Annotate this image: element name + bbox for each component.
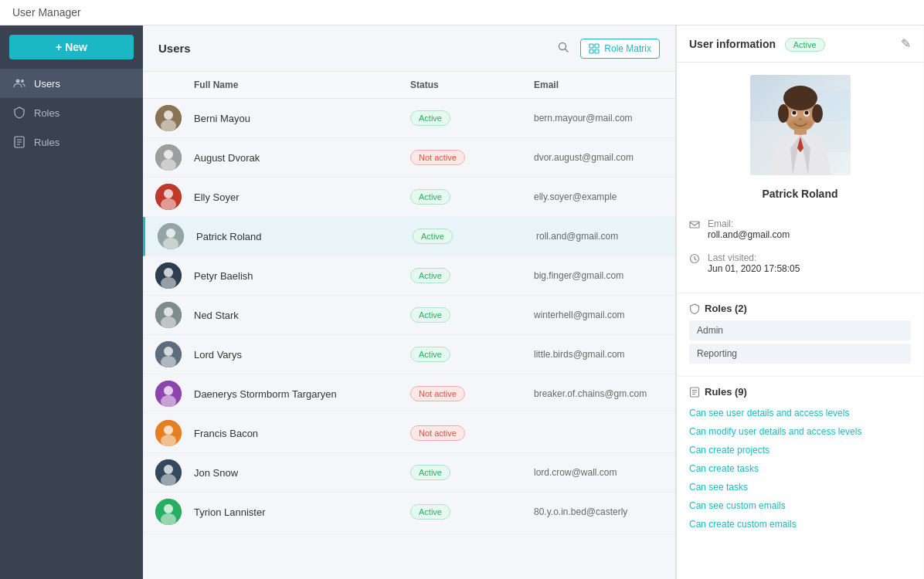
user-name: Daenerys Stormborm Targaryen <box>194 388 410 400</box>
table-row[interactable]: August Dvorak Not active dvor.august@gma… <box>143 138 675 178</box>
sidebar-item-rules[interactable]: Rules <box>0 127 143 157</box>
user-avatar <box>155 381 182 407</box>
user-avatar <box>158 223 184 249</box>
rule-item[interactable]: Can see tasks <box>689 478 911 496</box>
sidebar-item-roles[interactable]: Roles <box>0 98 143 127</box>
svg-line-7 <box>566 49 569 52</box>
svg-rect-59 <box>690 222 699 228</box>
user-email: lord.crow@wall.com <box>534 467 663 478</box>
table-row[interactable]: Lord Varys Active little.birds@gmail.com <box>143 335 675 374</box>
role-item: Reporting <box>689 344 911 364</box>
user-email: dvor.august@gmail.com <box>534 152 663 163</box>
edit-user-button[interactable]: ✎ <box>901 36 911 51</box>
last-visited-value: Jun 01, 2020 17:58:05 <box>708 263 800 274</box>
user-email: elly.soyer@example <box>534 191 663 202</box>
svg-point-1 <box>21 80 24 83</box>
right-panel: User information Active ✎ <box>676 25 923 579</box>
col-email: Email <box>534 80 663 90</box>
sidebar-nav: Users Roles <box>0 69 143 157</box>
users-panel-title: Users <box>158 42 191 55</box>
rules-icon <box>12 135 26 149</box>
users-panel: Users <box>143 25 676 579</box>
rules-list: Can see user details and access levelsCa… <box>689 404 911 533</box>
user-status: Active <box>410 189 534 205</box>
table-row[interactable]: Ned Stark Active winterhell@gmail.com <box>143 296 675 335</box>
avatar <box>158 223 196 249</box>
search-button[interactable] <box>554 38 572 59</box>
table-row[interactable]: Elly Soyer Active elly.soyer@example <box>143 178 675 217</box>
email-label: Email: <box>708 218 790 229</box>
avatar <box>155 302 194 328</box>
rules-section: Rules (9) Can see user details and acces… <box>677 380 923 540</box>
roles-label: Roles (2) <box>705 303 747 314</box>
user-name: Berni Mayou <box>194 113 410 124</box>
user-email: breaker.of.chains@gm.com <box>534 388 663 399</box>
svg-point-25 <box>164 268 173 277</box>
user-avatar <box>155 105 182 131</box>
svg-rect-9 <box>595 44 599 48</box>
panel-title: User information <box>689 38 776 50</box>
user-email: big.finger@gmail.com <box>534 270 663 281</box>
table-row[interactable]: Patrick Roland Active roll.and@gmail.com <box>143 217 675 256</box>
avatar <box>155 459 194 486</box>
rule-item[interactable]: Can create tasks <box>689 459 911 478</box>
user-name: Elly Soyer <box>194 191 410 203</box>
svg-point-0 <box>16 80 20 83</box>
user-status: Active <box>410 347 534 362</box>
table-row[interactable]: Daenerys Stormborm Targaryen Not active … <box>143 374 675 414</box>
rule-item[interactable]: Can modify user details and access level… <box>689 422 911 441</box>
table-row[interactable]: Berni Mayou Active bern.mayour@mail.com <box>143 99 675 138</box>
svg-point-54 <box>792 111 796 115</box>
users-panel-header: Users <box>143 25 675 72</box>
users-table: Berni Mayou Active bern.mayour@mail.com … <box>143 99 675 579</box>
svg-point-55 <box>804 111 808 115</box>
col-fullname: Full Name <box>194 80 410 90</box>
user-status: Active <box>410 465 534 480</box>
roles-section-title: Roles (2) <box>689 303 911 314</box>
panel-user-name: Patrick Roland <box>677 188 923 200</box>
svg-rect-10 <box>589 49 593 53</box>
rule-item[interactable]: Can see custom emails <box>689 496 911 515</box>
table-row[interactable]: Tyrion Lannister Active 80.y.o.in.bed@ca… <box>143 493 675 532</box>
rule-item[interactable]: Can create custom emails <box>689 515 911 533</box>
user-status: Active <box>410 307 534 323</box>
avatar <box>155 144 194 171</box>
sidebar-roles-label: Roles <box>34 107 59 119</box>
user-name: Petyr Baelish <box>194 270 410 282</box>
table-row[interactable]: Francis Bacon Not active <box>143 414 675 453</box>
roles-list: AdminReporting <box>689 320 911 364</box>
new-button[interactable]: + New <box>9 35 134 59</box>
table-row[interactable]: Petyr Baelish Active big.finger@gmail.co… <box>143 256 675 296</box>
user-name: Ned Stark <box>194 310 410 321</box>
svg-point-22 <box>166 229 175 238</box>
col-status: Status <box>410 80 534 90</box>
user-photo <box>750 75 851 175</box>
rule-item[interactable]: Can see user details and access levels <box>689 404 911 422</box>
user-avatar <box>155 144 182 171</box>
user-avatar <box>155 420 182 446</box>
rules-label: Rules (9) <box>705 386 747 398</box>
user-name: August Dvorak <box>194 152 410 164</box>
sidebar-item-users[interactable]: Users <box>0 69 143 98</box>
user-name: Lord Varys <box>194 349 410 361</box>
avatar <box>155 184 194 210</box>
rule-item[interactable]: Can create projects <box>689 441 911 459</box>
table-row[interactable]: Jon Snow Active lord.crow@wall.com <box>143 453 675 493</box>
user-avatar <box>155 459 182 486</box>
svg-point-49 <box>783 86 817 110</box>
svg-rect-8 <box>589 44 593 48</box>
avatar <box>155 499 194 525</box>
panel-header-left: User information Active <box>689 38 825 50</box>
user-email: 80.y.o.in.bed@casterly <box>534 506 663 517</box>
users-actions: Role Matrix <box>554 38 660 59</box>
clock-icon <box>689 253 701 266</box>
avatar <box>155 381 194 407</box>
user-status: Active <box>410 110 534 126</box>
user-avatar <box>155 499 182 525</box>
col-avatar <box>155 80 194 90</box>
roles-icon <box>12 106 26 120</box>
role-matrix-button[interactable]: Role Matrix <box>580 39 660 59</box>
svg-point-28 <box>164 307 173 317</box>
user-avatar <box>155 262 182 289</box>
role-item: Admin <box>689 320 911 340</box>
